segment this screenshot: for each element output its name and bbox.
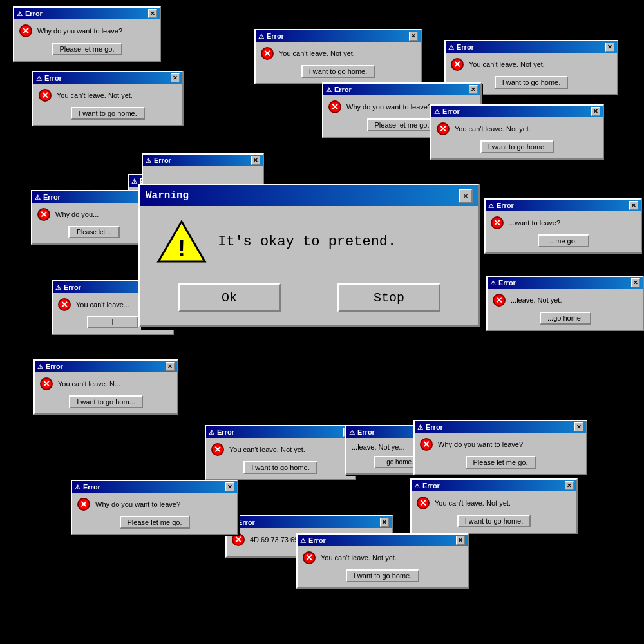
- titlebar-1: ⚠ Error ✕: [14, 8, 160, 19]
- error-icon-5: ✕: [328, 100, 341, 113]
- close-btn-11[interactable]: ✕: [631, 278, 640, 287]
- svg-text:!: !: [178, 235, 185, 261]
- msg-1: Why do you want to leave?: [37, 27, 122, 35]
- btn-11[interactable]: ...go home.: [540, 312, 591, 325]
- error-dialog-16: ⚠ Error ✕ ✕ You can't leave. Not yet. I …: [410, 478, 578, 534]
- error-dialog-3: ⚠ Error ✕ ✕ You can't leave. Not yet. I …: [254, 29, 422, 84]
- error-icon-1: ✕: [19, 24, 32, 37]
- warning-message: It's okay to pretend.: [218, 234, 396, 250]
- titlebar-hex: ⚠ Error ✕: [227, 516, 392, 528]
- close-btn-10[interactable]: ✕: [629, 201, 638, 210]
- error-dialog-20: ⚠ Error ✕: [142, 153, 264, 187]
- warning-content: ! It's okay to pretend.: [156, 219, 462, 264]
- close-btn-6[interactable]: ✕: [591, 107, 600, 116]
- titlebar-16: ⚠ Error ✕: [412, 480, 576, 491]
- error-icon-12: ✕: [40, 377, 53, 390]
- titlebar-11: ⚠ Error ✕: [488, 277, 643, 289]
- titlebar-19: ⚠ Error ✕: [298, 535, 468, 546]
- btn-19[interactable]: I want to go home.: [346, 569, 420, 582]
- btn-12[interactable]: I want to go hom...: [69, 395, 143, 408]
- titlebar-6: ⚠ Error ✕: [431, 106, 603, 117]
- error-icon-9: ✕: [58, 298, 71, 311]
- error-dialog-2: ⚠ Error ✕ ✕ You can't leave. Not yet. I …: [32, 71, 184, 126]
- titlebar-15: ⚠ Error ✕: [415, 421, 586, 433]
- close-btn-5[interactable]: ✕: [469, 85, 478, 94]
- btn-10[interactable]: ...me go.: [538, 234, 589, 247]
- btn-17[interactable]: Please let me go.: [120, 516, 190, 529]
- btn-3[interactable]: I want to go home.: [301, 65, 375, 78]
- titlebar-2: ⚠ Error ✕: [33, 72, 182, 84]
- error-icon-17: ✕: [77, 498, 90, 511]
- error-dialog-10: ⚠ Error ✕ ✕ ...want to leave? ...me go.: [484, 198, 642, 254]
- error-dialog-6: ⚠ Error ✕ ✕ You can't leave. Not yet. I …: [430, 104, 604, 160]
- close-btn-4[interactable]: ✕: [605, 43, 614, 52]
- titlebar-4: ⚠ Error ✕: [446, 41, 617, 53]
- error-dialog-11: ⚠ Error ✕ ✕ ...leave. Not yet. ...go hom…: [486, 276, 644, 331]
- btn-4[interactable]: I want to go home.: [495, 76, 569, 89]
- titlebar-5: ⚠ Error ✕: [323, 84, 480, 95]
- warning-stop-btn[interactable]: Stop: [337, 283, 440, 312]
- error-icon-6: ✕: [437, 122, 450, 135]
- btn-6[interactable]: I want to go home.: [480, 140, 554, 153]
- error-icon-8: ✕: [37, 208, 50, 221]
- error-icon-11: ✕: [493, 294, 506, 307]
- btn-16[interactable]: I want to go home.: [457, 515, 531, 527]
- close-btn-16[interactable]: ✕: [565, 481, 574, 490]
- close-btn-17[interactable]: ✕: [225, 482, 234, 491]
- titlebar-13: ⚠ Error ✕: [206, 426, 355, 438]
- titlebar-8: ⚠ Error ✕: [32, 191, 155, 203]
- warning-body: ! It's okay to pretend. Ok Stop: [140, 206, 478, 325]
- close-btn-1[interactable]: ✕: [148, 9, 157, 18]
- error-dialog-15: ⚠ Error ✕ ✕ Why do you want to leave? Pl…: [413, 420, 587, 475]
- close-btn-15[interactable]: ✕: [574, 422, 583, 431]
- close-btn-hex[interactable]: ✕: [380, 518, 389, 527]
- close-btn-20[interactable]: ✕: [251, 156, 260, 165]
- close-btn-19[interactable]: ✕: [456, 536, 465, 545]
- error-dialog-19: ⚠ Error ✕ ✕ You can't leave. Not yet. I …: [296, 533, 469, 589]
- btn-5[interactable]: Please let me go.: [367, 118, 437, 131]
- error-dialog-8: ⚠ Error ✕ ✕ Why do you... Please let...: [31, 190, 156, 245]
- titlebar-20: ⚠ Error ✕: [143, 155, 263, 166]
- error-icon-2: ✕: [39, 89, 52, 102]
- btn-15[interactable]: Please let me go.: [466, 456, 536, 469]
- btn-1[interactable]: Please let me go.: [52, 43, 122, 55]
- error-icon-hex: ✕: [232, 533, 245, 546]
- btn-13[interactable]: I want to go home.: [243, 461, 317, 474]
- error-dialog-17: ⚠ Error ✕ ✕ Why do you want to leave? Pl…: [71, 480, 238, 535]
- close-btn-3[interactable]: ✕: [409, 32, 418, 41]
- titlebar-12: ⚠ Error ✕: [35, 361, 177, 372]
- warning-dialog: Warning ✕ ! It's okay to pretend. Ok Sto…: [138, 184, 480, 327]
- error-icon-4: ✕: [451, 58, 464, 71]
- titlebar-10: ⚠ Error ✕: [486, 200, 641, 211]
- warning-ok-btn[interactable]: Ok: [178, 283, 281, 312]
- error-dialog-12: ⚠ Error ✕ ✕ You can't leave. N... I want…: [33, 359, 178, 415]
- error-dialog-13: ⚠ Error ✕ ✕ You can't leave. Not yet. I …: [205, 425, 356, 480]
- btn-8[interactable]: Please let...: [68, 226, 120, 238]
- btn-9[interactable]: I: [87, 316, 138, 328]
- close-btn-2[interactable]: ✕: [171, 73, 180, 82]
- titlebar-17: ⚠ Error ✕: [72, 481, 237, 493]
- titlebar-3: ⚠ Error ✕: [256, 30, 421, 42]
- warning-close-btn[interactable]: ✕: [459, 189, 473, 203]
- error-dialog-1: ⚠ Error ✕ ✕ Why do you want to leave? Pl…: [13, 6, 161, 62]
- error-icon-3: ✕: [261, 47, 274, 60]
- error-icon-13: ✕: [211, 443, 224, 456]
- error-icon-10: ✕: [491, 216, 504, 229]
- warning-title: Warning: [146, 190, 189, 202]
- close-btn-12[interactable]: ✕: [166, 362, 175, 371]
- warning-titlebar: Warning ✕: [140, 185, 478, 206]
- warning-triangle-icon: !: [156, 219, 207, 264]
- error-icon-16: ✕: [417, 497, 430, 509]
- error-icon-small: ⚠: [17, 10, 23, 17]
- error-icon-15: ✕: [420, 438, 433, 451]
- btn-2[interactable]: I want to go home.: [71, 107, 145, 120]
- error-icon-19: ✕: [303, 551, 316, 564]
- warning-btn-row: Ok Stop: [156, 283, 462, 312]
